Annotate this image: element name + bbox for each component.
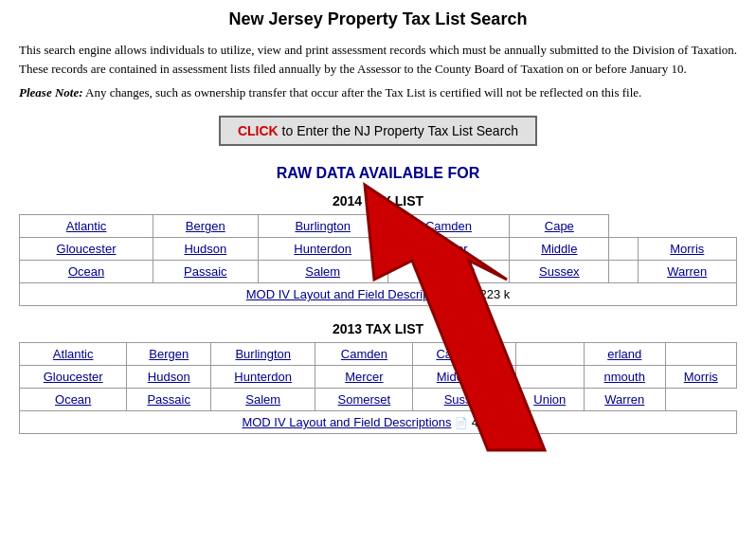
file-size-2014: (223 k [476, 287, 510, 301]
link-bergen-2014[interactable]: Bergen [186, 219, 225, 233]
link-morris-2013[interactable]: Morris [684, 370, 718, 384]
link-warren-2014[interactable]: Warren [667, 264, 707, 279]
tax2014-table: Atlantic Bergen Burlington Camden Cape G… [19, 214, 737, 306]
link-warren-2013[interactable]: Warren [604, 392, 644, 407]
link-passaic-2013[interactable]: Passaic [147, 392, 190, 407]
table-row: Ocean Passaic Salem Somerset Sussex Unio… [20, 389, 737, 411]
link-monmouth-2013[interactable]: nmouth [604, 370, 645, 384]
link-salem-2014[interactable]: Salem [305, 264, 340, 279]
link-sussex-2013[interactable]: Sussex [444, 392, 485, 407]
link-ocean-2013[interactable]: Ocean [55, 392, 91, 407]
mod4-link-2013[interactable]: MOD IV Layout and Field Descriptions [242, 415, 451, 429]
link-burlington-2014[interactable]: Burlington [295, 219, 351, 233]
link-cape-2014[interactable]: Cape [545, 219, 574, 233]
link-middlesex-2014[interactable]: Middle [541, 242, 577, 256]
link-hudson-2014[interactable]: Hudson [184, 242, 226, 256]
tax2014-label: 2014 TAX LIST [19, 193, 737, 209]
button-text: to Enter the NJ Property Tax List Search [279, 123, 518, 138]
link-gloucester-2014[interactable]: Gloucester [57, 242, 117, 256]
table-row: Gloucester Hudson Hunterdon Mercer Middl… [20, 366, 737, 389]
link-burlington-2013[interactable]: Burlington [235, 347, 291, 361]
click-label: CLICK [238, 123, 279, 138]
note-label: Please Note: [19, 85, 83, 100]
page-title: New Jersey Property Tax List Search [19, 9, 737, 29]
table-row-footer: MOD IV Layout and Field Descriptions 📄 (… [20, 283, 737, 306]
table-row: Atlantic Bergen Burlington Camden Cape [20, 215, 737, 238]
pdf-icon-2014: 📄 [459, 289, 472, 300]
link-somerset-2014[interactable]: Somerset [423, 264, 476, 279]
link-capemay-2013[interactable]: Cape May [436, 347, 492, 361]
link-morris-2014[interactable]: Morris [670, 242, 704, 256]
link-mercer-2014[interactable]: Mercer [429, 242, 467, 256]
link-gloucester-2013[interactable]: Gloucester [44, 370, 103, 384]
table-row: Ocean Passaic Salem Somerset Sussex Warr… [20, 261, 737, 283]
link-camden-2014[interactable]: Camden [425, 219, 472, 233]
table-row: Gloucester Hudson Hunterdon Mercer Middl… [20, 238, 737, 261]
raw-data-title: RAW DATA AVAILABLE FOR [19, 165, 737, 182]
file-size-2013: 492 kB) [472, 415, 514, 429]
link-atlantic-2014[interactable]: Atlantic [66, 219, 107, 233]
link-cumberland-2013[interactable]: erland [607, 347, 641, 361]
link-mercer-2013[interactable]: Mercer [345, 370, 383, 384]
link-camden-2013[interactable]: Camden [341, 347, 387, 361]
link-middlesex-2013[interactable]: Middlesex [437, 370, 493, 384]
link-somerset-2013[interactable]: Somerset [338, 392, 391, 407]
mod4-link-2014[interactable]: MOD IV Layout and Field Descriptions [246, 287, 456, 301]
link-atlantic-2013[interactable]: Atlantic [53, 347, 94, 361]
description-text: This search engine allows individuals to… [19, 41, 737, 78]
tax2013-table: Atlantic Bergen Burlington Camden Cape M… [19, 342, 737, 434]
link-sussex-2014[interactable]: Sussex [539, 264, 580, 279]
link-bergen-2013[interactable]: Bergen [149, 347, 189, 361]
note-text: Please Note: Any changes, such as owners… [19, 85, 737, 100]
link-ocean-2014[interactable]: Ocean [68, 264, 104, 279]
tax2013-label: 2013 TAX LIST [19, 321, 737, 336]
table-row-footer: MOD IV Layout and Field Descriptions 📄 4… [20, 411, 737, 434]
table-row: Atlantic Bergen Burlington Camden Cape M… [20, 343, 737, 366]
link-hunterdon-2014[interactable]: Hunterdon [294, 242, 351, 256]
link-salem-2013[interactable]: Salem [245, 392, 280, 407]
link-passaic-2014[interactable]: Passaic [184, 264, 227, 279]
link-hudson-2013[interactable]: Hudson [148, 370, 190, 384]
link-hunterdon-2013[interactable]: Hunterdon [234, 370, 292, 384]
search-button[interactable]: CLICK to Enter the NJ Property Tax List … [219, 116, 537, 146]
link-union-2013[interactable]: Union [533, 392, 566, 407]
pdf-icon-2013: 📄 [455, 417, 468, 428]
